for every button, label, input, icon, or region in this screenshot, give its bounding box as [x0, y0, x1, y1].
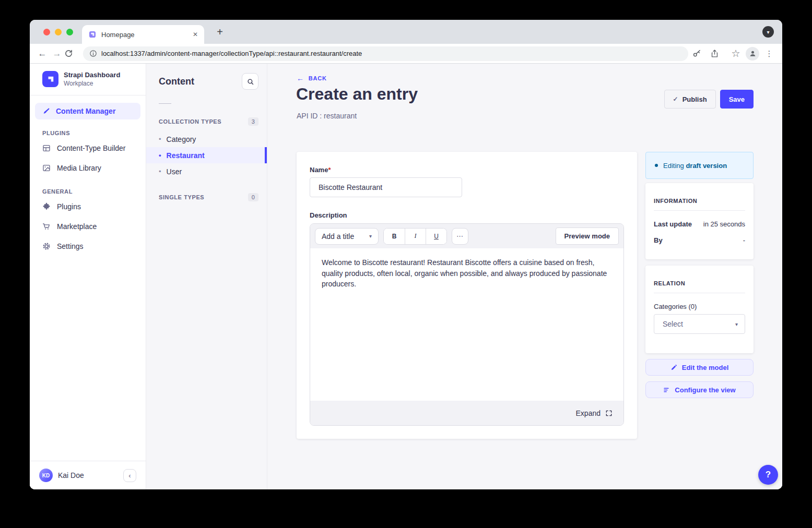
description-textarea[interactable]: Welcome to Biscotte restaurant! Restaura…: [310, 248, 623, 401]
sidebar-item-plugins[interactable]: Plugins: [30, 197, 146, 217]
draft-dot-icon: [655, 164, 658, 167]
back-link[interactable]: ← BACK: [297, 74, 327, 82]
subnav-item-user[interactable]: • User: [146, 163, 267, 179]
caret-down-icon: ▾: [369, 233, 372, 239]
main-sidebar: Strapi Dashboard Workplace Content Manag…: [30, 64, 146, 489]
workspace-brand[interactable]: Strapi Dashboard Workplace: [30, 64, 146, 95]
categories-select[interactable]: Select ▾: [654, 314, 745, 334]
new-tab-button[interactable]: +: [214, 26, 226, 39]
sidebar-item-media-library[interactable]: Media Library: [30, 158, 146, 178]
divider: [30, 95, 146, 95]
url-text: localhost:1337/admin/content-manager/col…: [101, 50, 362, 57]
last-update-row: Last update in 25 seconds: [654, 220, 745, 228]
browser-profile-chevron-icon[interactable]: ▾: [762, 26, 774, 38]
caret-down-icon: ▾: [735, 321, 738, 327]
site-info-icon[interactable]: [89, 50, 97, 57]
subnav-item-label: User: [167, 167, 182, 176]
configure-view-label: Configure the view: [675, 386, 735, 394]
sidebar-item-settings[interactable]: Settings: [30, 236, 146, 256]
sidebar-item-label: Settings: [57, 242, 84, 250]
tab-title: Homepage: [101, 31, 193, 39]
gear-icon: [42, 242, 51, 250]
expand-icon[interactable]: [605, 410, 613, 417]
sidebar-item-content-type-builder[interactable]: Content-Type Builder: [30, 138, 146, 158]
page-title: Create an entry: [296, 85, 418, 104]
entry-aside: Editing draft version INFORMATION Last u…: [645, 152, 754, 398]
reload-icon[interactable]: [64, 49, 79, 58]
bullet-icon: •: [159, 135, 161, 143]
categories-label: Categories (0): [654, 303, 745, 310]
last-update-value: in 25 seconds: [703, 220, 745, 228]
richtext-editor: Add a title ▾ B I U ⋯ Preview mode Welco…: [310, 223, 624, 426]
image-icon: [42, 164, 51, 172]
draft-status-badge: Editing draft version: [645, 152, 754, 179]
configure-view-button[interactable]: Configure the view: [645, 381, 754, 398]
relation-title: RELATION: [654, 280, 745, 286]
subnav-item-label: Category: [167, 135, 196, 143]
back-nav-icon[interactable]: ←: [35, 49, 50, 59]
expand-label[interactable]: Expand: [576, 409, 601, 417]
check-icon: ✓: [673, 95, 678, 103]
workspace-subtitle: Workplace: [64, 80, 120, 87]
draft-prefix: Editing: [663, 162, 684, 170]
more-formatting-button[interactable]: ⋯: [452, 228, 468, 245]
sidebar-item-label: Content Manager: [56, 107, 115, 115]
sidebar-item-content-manager[interactable]: Content Manager: [35, 103, 140, 119]
plugins-section-label: PLUGINS: [30, 119, 146, 138]
edit-model-button[interactable]: Edit the model: [645, 359, 754, 376]
required-mark: *: [328, 166, 331, 174]
sidebar-item-label: Content-Type Builder: [57, 144, 126, 152]
subnav-item-restaurant[interactable]: • Restaurant: [146, 147, 267, 163]
name-input[interactable]: [310, 177, 462, 197]
sidebar-item-marketplace[interactable]: Marketplace: [30, 217, 146, 236]
collapse-sidebar-button[interactable]: ‹: [123, 469, 136, 482]
by-label: By: [654, 236, 663, 244]
collection-types-label: COLLECTION TYPES: [159, 118, 221, 125]
address-bar[interactable]: localhost:1337/admin/content-manager/col…: [83, 46, 688, 61]
bookmark-star-icon[interactable]: ☆: [728, 47, 744, 59]
title-style-select[interactable]: Add a title ▾: [315, 228, 379, 245]
divider: [654, 210, 745, 211]
last-update-label: Last update: [654, 220, 692, 228]
back-label: BACK: [309, 75, 327, 81]
publish-button[interactable]: ✓ Publish: [664, 90, 716, 109]
save-button[interactable]: Save: [720, 90, 754, 109]
browser-toolbar: ← → localhost:1337/admin/content-manager…: [30, 44, 782, 64]
divider: [654, 293, 745, 293]
information-card: INFORMATION Last update in 25 seconds By…: [645, 183, 754, 259]
sidebar-item-label: Media Library: [57, 164, 101, 172]
browser-tab[interactable]: Homepage ✕: [82, 25, 204, 44]
layout-grid-icon: [42, 144, 51, 152]
maximize-window-button[interactable]: [66, 29, 73, 35]
subnav-item-category[interactable]: • Category: [146, 131, 267, 147]
underline-button[interactable]: U: [426, 229, 446, 244]
subnav-title: Content: [159, 76, 194, 87]
categories-select-placeholder: Select: [663, 320, 683, 328]
browser-menu-icon[interactable]: ⋮: [761, 49, 777, 58]
search-button[interactable]: [242, 73, 258, 90]
close-window-button[interactable]: [43, 29, 50, 35]
bold-button[interactable]: B: [384, 229, 405, 244]
help-button[interactable]: ?: [758, 465, 778, 485]
browser-avatar[interactable]: [746, 47, 759, 61]
user-row: KD Kai Doe ‹: [30, 461, 146, 489]
by-row: By -: [654, 236, 745, 244]
publish-label: Publish: [682, 95, 707, 103]
preview-mode-button[interactable]: Preview mode: [556, 227, 619, 245]
back-arrow-icon: ←: [297, 74, 304, 82]
relation-card: RELATION Categories (0) Select ▾: [645, 266, 754, 353]
close-tab-icon[interactable]: ✕: [193, 31, 198, 38]
share-icon[interactable]: [710, 49, 726, 58]
avatar[interactable]: KD: [39, 469, 53, 482]
editor-footer: Expand: [310, 401, 623, 425]
sidebar-item-label: Marketplace: [57, 222, 97, 231]
forward-nav-icon[interactable]: →: [50, 49, 64, 59]
password-key-icon[interactable]: [692, 49, 708, 58]
italic-button[interactable]: I: [405, 229, 426, 244]
single-types-count: 0: [248, 193, 258, 201]
draft-emphasis: draft version: [686, 162, 727, 170]
general-section-label: GENERAL: [30, 178, 146, 197]
minimize-window-button[interactable]: [55, 29, 62, 35]
user-name: Kai Doe: [58, 471, 118, 479]
bullet-icon: •: [159, 151, 161, 159]
